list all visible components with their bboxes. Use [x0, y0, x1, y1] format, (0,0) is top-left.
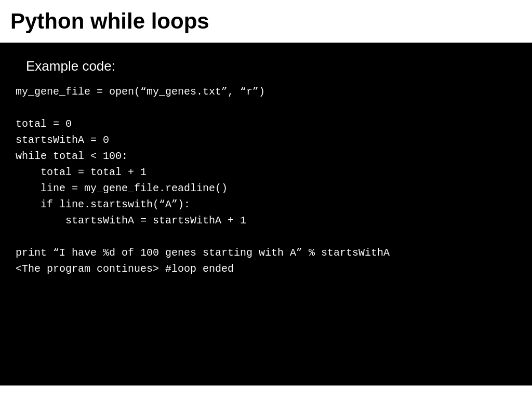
page-title: Python while loops [10, 9, 522, 33]
example-label: Example code: [26, 58, 516, 74]
code-block: my_gene_file = open(“my_genes.txt”, “r”)… [16, 84, 516, 277]
main-content: Example code: my_gene_file = open(“my_ge… [0, 43, 532, 385]
page-header: Python while loops [0, 0, 532, 43]
